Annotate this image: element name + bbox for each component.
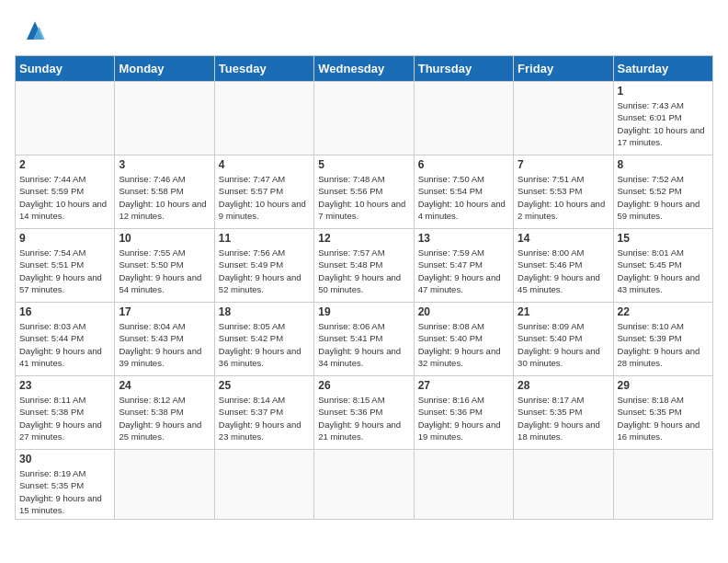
day-number: 17: [119, 305, 210, 318]
day-number: 10: [119, 232, 210, 245]
day-info: Sunrise: 8:03 AM Sunset: 5:44 PM Dayligh…: [19, 320, 110, 369]
day-number: 27: [418, 379, 509, 392]
calendar-day-13: 13Sunrise: 7:59 AM Sunset: 5:47 PM Dayli…: [414, 229, 513, 303]
calendar-week-2: 2Sunrise: 7:44 AM Sunset: 5:59 PM Daylig…: [16, 155, 713, 229]
day-info: Sunrise: 7:56 AM Sunset: 5:49 PM Dayligh…: [219, 247, 310, 295]
day-number: 1: [618, 85, 709, 98]
calendar-day-25: 25Sunrise: 8:14 AM Sunset: 5:37 PM Dayli…: [214, 376, 313, 450]
day-number: 21: [518, 305, 609, 318]
calendar-day-7: 7Sunrise: 7:51 AM Sunset: 5:53 PM Daylig…: [514, 155, 613, 229]
calendar-table: SundayMondayTuesdayWednesdayThursdayFrid…: [15, 55, 713, 520]
day-info: Sunrise: 8:16 AM Sunset: 5:36 PM Dayligh…: [418, 394, 509, 442]
day-number: 6: [418, 158, 509, 171]
day-number: 19: [318, 305, 409, 318]
calendar-day-4: 4Sunrise: 7:47 AM Sunset: 5:57 PM Daylig…: [214, 155, 313, 229]
day-number: 18: [219, 305, 310, 318]
calendar-week-5: 23Sunrise: 8:11 AM Sunset: 5:38 PM Dayli…: [16, 376, 713, 450]
day-number: 23: [19, 379, 110, 392]
weekday-header-thursday: Thursday: [414, 56, 513, 82]
day-info: Sunrise: 8:09 AM Sunset: 5:40 PM Dayligh…: [518, 320, 609, 369]
day-number: 20: [418, 305, 509, 318]
calendar-day-empty: [115, 82, 214, 155]
calendar-day-8: 8Sunrise: 7:52 AM Sunset: 5:52 PM Daylig…: [613, 155, 712, 229]
calendar-day-28: 28Sunrise: 8:17 AM Sunset: 5:35 PM Dayli…: [514, 376, 613, 450]
day-info: Sunrise: 7:44 AM Sunset: 5:59 PM Dayligh…: [19, 173, 110, 222]
weekday-header-sunday: Sunday: [16, 56, 115, 82]
weekday-header-monday: Monday: [115, 56, 214, 82]
day-number: 22: [618, 305, 709, 318]
day-info: Sunrise: 8:18 AM Sunset: 5:35 PM Dayligh…: [618, 394, 709, 442]
day-number: 8: [618, 158, 709, 171]
day-info: Sunrise: 8:15 AM Sunset: 5:36 PM Dayligh…: [318, 394, 409, 442]
calendar-day-empty: [16, 82, 115, 155]
day-number: 4: [219, 158, 310, 171]
day-number: 28: [518, 379, 609, 392]
day-info: Sunrise: 7:59 AM Sunset: 5:47 PM Dayligh…: [418, 247, 509, 295]
calendar-day-16: 16Sunrise: 8:03 AM Sunset: 5:44 PM Dayli…: [16, 303, 115, 376]
calendar-day-empty: [514, 450, 613, 520]
weekday-header-saturday: Saturday: [613, 56, 712, 82]
calendar-day-empty: [514, 82, 613, 155]
calendar-day-1: 1Sunrise: 7:43 AM Sunset: 6:01 PM Daylig…: [613, 82, 712, 155]
day-number: 14: [518, 232, 609, 245]
calendar-day-21: 21Sunrise: 8:09 AM Sunset: 5:40 PM Dayli…: [514, 303, 613, 376]
calendar-day-3: 3Sunrise: 7:46 AM Sunset: 5:58 PM Daylig…: [115, 155, 214, 229]
day-info: Sunrise: 8:00 AM Sunset: 5:46 PM Dayligh…: [518, 247, 609, 295]
day-info: Sunrise: 8:17 AM Sunset: 5:35 PM Dayligh…: [518, 394, 609, 442]
day-info: Sunrise: 8:10 AM Sunset: 5:39 PM Dayligh…: [618, 320, 709, 369]
calendar-day-empty: [314, 82, 414, 155]
calendar-day-23: 23Sunrise: 8:11 AM Sunset: 5:38 PM Dayli…: [16, 376, 115, 450]
calendar-day-19: 19Sunrise: 8:06 AM Sunset: 5:41 PM Dayli…: [314, 303, 414, 376]
calendar-day-14: 14Sunrise: 8:00 AM Sunset: 5:46 PM Dayli…: [514, 229, 613, 303]
calendar-day-20: 20Sunrise: 8:08 AM Sunset: 5:40 PM Dayli…: [414, 303, 513, 376]
day-info: Sunrise: 7:54 AM Sunset: 5:51 PM Dayligh…: [19, 247, 110, 295]
day-info: Sunrise: 8:11 AM Sunset: 5:38 PM Dayligh…: [19, 394, 110, 442]
calendar-day-6: 6Sunrise: 7:50 AM Sunset: 5:54 PM Daylig…: [414, 155, 513, 229]
day-number: 26: [318, 379, 409, 392]
calendar-day-2: 2Sunrise: 7:44 AM Sunset: 5:59 PM Daylig…: [16, 155, 115, 229]
calendar-day-9: 9Sunrise: 7:54 AM Sunset: 5:51 PM Daylig…: [16, 229, 115, 303]
day-number: 9: [19, 232, 110, 245]
calendar-day-17: 17Sunrise: 8:04 AM Sunset: 5:43 PM Dayli…: [115, 303, 214, 376]
calendar-day-29: 29Sunrise: 8:18 AM Sunset: 5:35 PM Dayli…: [613, 376, 712, 450]
weekday-header-tuesday: Tuesday: [214, 56, 313, 82]
day-number: 13: [418, 232, 509, 245]
calendar-week-6: 30Sunrise: 8:19 AM Sunset: 5:35 PM Dayli…: [16, 450, 713, 520]
day-number: 3: [119, 158, 210, 171]
calendar-day-empty: [214, 82, 313, 155]
day-number: 30: [19, 453, 110, 465]
weekday-header-friday: Friday: [514, 56, 613, 82]
calendar-day-12: 12Sunrise: 7:57 AM Sunset: 5:48 PM Dayli…: [314, 229, 414, 303]
calendar-day-22: 22Sunrise: 8:10 AM Sunset: 5:39 PM Dayli…: [613, 303, 712, 376]
day-info: Sunrise: 7:57 AM Sunset: 5:48 PM Dayligh…: [318, 247, 409, 295]
calendar-day-10: 10Sunrise: 7:55 AM Sunset: 5:50 PM Dayli…: [115, 229, 214, 303]
day-info: Sunrise: 8:01 AM Sunset: 5:45 PM Dayligh…: [618, 247, 709, 295]
day-info: Sunrise: 7:43 AM Sunset: 6:01 PM Dayligh…: [618, 99, 709, 148]
calendar-day-27: 27Sunrise: 8:16 AM Sunset: 5:36 PM Dayli…: [414, 376, 513, 450]
day-number: 12: [318, 232, 409, 245]
day-info: Sunrise: 8:08 AM Sunset: 5:40 PM Dayligh…: [418, 320, 509, 369]
day-info: Sunrise: 7:46 AM Sunset: 5:58 PM Dayligh…: [119, 173, 210, 222]
logo: [15, 15, 51, 48]
day-number: 7: [518, 158, 609, 171]
day-number: 29: [618, 379, 709, 392]
calendar-day-empty: [613, 450, 712, 520]
day-info: Sunrise: 8:06 AM Sunset: 5:41 PM Dayligh…: [318, 320, 409, 369]
calendar-day-empty: [314, 450, 414, 520]
day-info: Sunrise: 7:48 AM Sunset: 5:56 PM Dayligh…: [318, 173, 409, 222]
calendar-day-empty: [414, 450, 513, 520]
calendar-week-4: 16Sunrise: 8:03 AM Sunset: 5:44 PM Dayli…: [16, 303, 713, 376]
calendar-day-empty: [115, 450, 214, 520]
page-header: [15, 15, 713, 48]
day-number: 25: [219, 379, 310, 392]
day-info: Sunrise: 8:12 AM Sunset: 5:38 PM Dayligh…: [119, 394, 210, 442]
calendar-day-empty: [414, 82, 513, 155]
day-info: Sunrise: 8:05 AM Sunset: 5:42 PM Dayligh…: [219, 320, 310, 369]
calendar-week-3: 9Sunrise: 7:54 AM Sunset: 5:51 PM Daylig…: [16, 229, 713, 303]
weekday-header-wednesday: Wednesday: [314, 56, 414, 82]
calendar-day-18: 18Sunrise: 8:05 AM Sunset: 5:42 PM Dayli…: [214, 303, 313, 376]
day-info: Sunrise: 8:19 AM Sunset: 5:35 PM Dayligh…: [19, 467, 110, 516]
day-info: Sunrise: 7:50 AM Sunset: 5:54 PM Dayligh…: [418, 173, 509, 222]
day-info: Sunrise: 7:52 AM Sunset: 5:52 PM Dayligh…: [618, 173, 709, 222]
day-number: 2: [19, 158, 110, 171]
